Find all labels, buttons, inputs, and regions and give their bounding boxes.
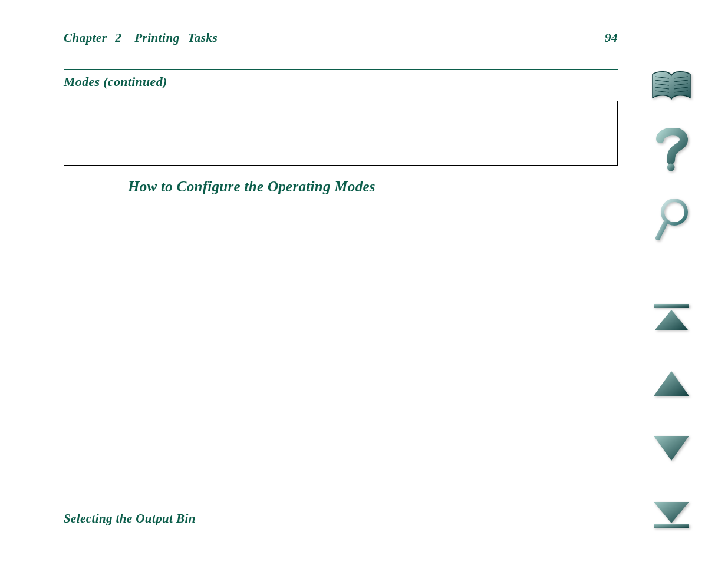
next-page-icon[interactable]: [653, 435, 690, 464]
section-heading: How to Configure the Operating Modes: [128, 178, 618, 195]
nav-toolbar: [648, 71, 695, 531]
prev-page-icon[interactable]: [653, 370, 690, 399]
divider: [64, 69, 618, 70]
chapter-number: Chapter 2: [64, 31, 121, 45]
table-column-divider: [197, 101, 197, 165]
svg-rect-13: [654, 304, 689, 308]
search-icon[interactable]: [654, 198, 689, 244]
svg-line-12: [658, 222, 666, 238]
table-caption: Modes (continued): [64, 74, 618, 90]
help-icon[interactable]: [654, 128, 689, 174]
svg-marker-17: [654, 502, 689, 523]
page-content: Chapter 2Printing Tasks 94 Modes (contin…: [64, 31, 618, 195]
svg-rect-18: [654, 524, 689, 528]
chapter-label: Chapter 2Printing Tasks: [64, 31, 218, 45]
divider: [64, 92, 618, 92]
footer-text: Selecting the Output Bin: [64, 511, 196, 526]
svg-marker-16: [654, 436, 689, 461]
book-icon[interactable]: [650, 71, 693, 105]
svg-marker-15: [654, 371, 689, 396]
last-page-icon[interactable]: [653, 500, 690, 531]
page-number: 94: [605, 31, 618, 45]
svg-marker-14: [655, 310, 688, 330]
first-page-icon[interactable]: [653, 303, 690, 335]
chapter-title: Printing Tasks: [134, 31, 218, 45]
page-header: Chapter 2Printing Tasks 94: [64, 31, 618, 45]
svg-point-10: [667, 164, 675, 171]
modes-table: [64, 101, 618, 166]
